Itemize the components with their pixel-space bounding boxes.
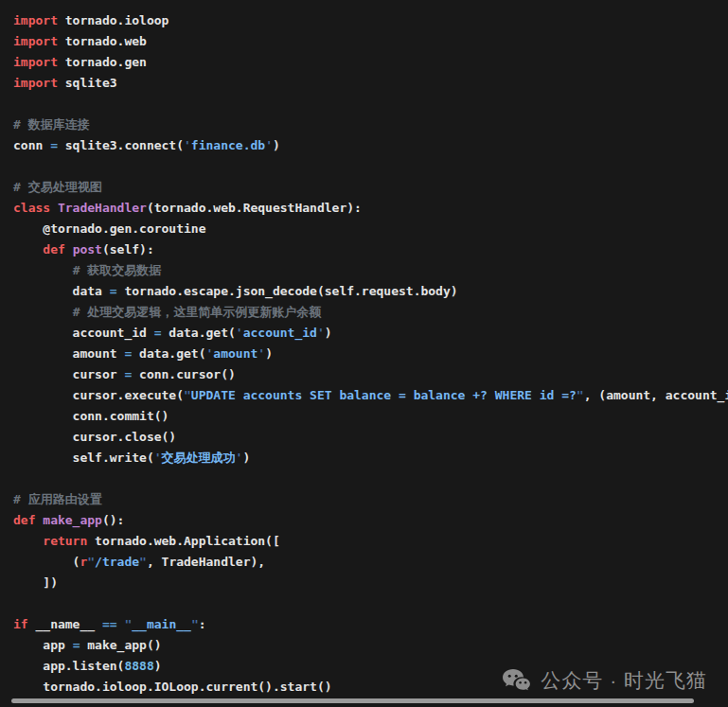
code-line: conn = sqlite3.connect('finance.db') [13, 135, 728, 156]
code-line: if __name__ == "__main__": [13, 614, 728, 635]
wechat-icon [502, 668, 531, 694]
code-line: amount = data.get('amount') [13, 344, 728, 364]
code-line: conn.commit() [13, 406, 728, 427]
code-line: cursor.close() [13, 427, 728, 448]
code-line: self.write('交易处理成功') [13, 448, 728, 468]
code-line: return tornado.web.Application([ [13, 531, 728, 552]
code-line: cursor = conn.cursor() [13, 364, 728, 385]
code-line [13, 593, 728, 614]
horizontal-scrollbar-thumb[interactable] [11, 698, 694, 703]
code-line: import tornado.web [13, 31, 728, 52]
code-line: import sqlite3 [13, 73, 728, 94]
code-line: import tornado.gen [13, 52, 728, 73]
code-line: class TradeHandler(tornado.web.RequestHa… [13, 198, 728, 219]
code-line: # 交易处理视图 [13, 177, 728, 198]
code-line: account_id = data.get('account_id') [13, 323, 728, 344]
code-line: data = tornado.escape.json_decode(self.r… [13, 281, 728, 302]
code-line [13, 156, 728, 177]
watermark-text: 公众号 · 时光飞猫 [541, 667, 707, 694]
code-line [13, 94, 728, 115]
code-line: # 数据库连接 [13, 115, 728, 135]
code-line: def post(self): [13, 239, 728, 260]
code-line: app = make_app() [13, 635, 728, 656]
code-line [13, 468, 728, 489]
code-line: ]) [13, 573, 728, 593]
code-line: @tornado.gen.coroutine [13, 219, 728, 239]
code-line: # 处理交易逻辑，这里简单示例更新账户余额 [13, 302, 728, 323]
code-line: # 获取交易数据 [13, 260, 728, 281]
code-line: # 应用路由设置 [13, 489, 728, 510]
code-line: cursor.execute("UPDATE accounts SET bala… [13, 385, 728, 406]
code-line: import tornado.ioloop [13, 10, 728, 31]
code-editor: import tornado.ioloopimport tornado.webi… [0, 0, 728, 707]
code-line: (r"/trade", TradeHandler), [13, 552, 728, 573]
code-block: import tornado.ioloopimport tornado.webi… [0, 0, 728, 698]
code-line: def make_app(): [13, 510, 728, 531]
watermark: 公众号 · 时光飞猫 [502, 667, 707, 694]
